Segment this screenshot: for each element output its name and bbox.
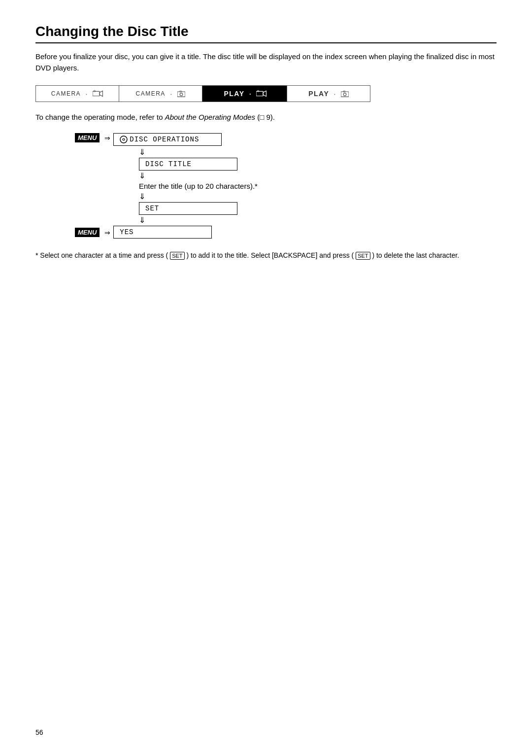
mode-camera-video: CAMERA · — [36, 86, 119, 102]
step-enter-title: Enter the title (up to 20 characters).* — [139, 182, 497, 190]
camera-photo-dot: · — [168, 90, 175, 98]
set-button-ref-2: SET — [356, 252, 370, 260]
play-photo-label: PLAY — [308, 90, 329, 98]
page-number: 56 — [35, 728, 43, 736]
play-video-dot: · — [247, 90, 254, 98]
arrow-right-1: ⇒ — [104, 134, 110, 142]
play-photo-icon — [341, 90, 349, 98]
camera-video-label: CAMERA — [51, 90, 81, 97]
svg-point-12 — [120, 136, 127, 143]
mode-bar: CAMERA · CAMERA · PLAY · PLAY · — [35, 85, 370, 102]
disc-icon — [120, 136, 128, 143]
page-title: Changing the Disc Title — [35, 24, 497, 43]
footnote: * Select one character at a time and pre… — [35, 250, 497, 261]
down-arrow-1: ⇓ — [139, 147, 497, 158]
svg-point-4 — [180, 93, 183, 96]
intro-text: Before you finalize your disc, you can g… — [35, 51, 497, 73]
disc-title-box: DISC TITLE — [139, 158, 237, 171]
mode-camera-photo: CAMERA · — [119, 86, 202, 102]
mode-ref-italic: About the Operating Modes — [165, 113, 255, 121]
svg-point-13 — [123, 138, 125, 140]
down-arrow-3: ⇓ — [139, 191, 497, 202]
menu-badge-1: MENU — [75, 133, 100, 142]
svg-marker-7 — [263, 91, 266, 97]
camcorder-icon — [93, 90, 103, 98]
play-camcorder-icon — [256, 90, 267, 98]
step-row-yes: MENU ⇒ YES — [75, 226, 497, 239]
mode-play-video: PLAY · — [204, 86, 288, 102]
mode-ref-bracket: (□ 9). — [257, 113, 275, 121]
yes-box: YES — [113, 226, 212, 239]
svg-rect-6 — [256, 91, 263, 96]
set-box: SET — [139, 202, 237, 215]
arrow-right-2: ⇒ — [104, 229, 110, 237]
disc-operations-box: DISC OPERATIONS — [113, 133, 222, 146]
step-row-set: SET — [139, 202, 497, 215]
play-photo-dot: · — [332, 90, 338, 98]
step-row-2: DISC TITLE — [139, 158, 497, 171]
step-row-1: MENU ⇒ DISC OPERATIONS — [75, 133, 497, 146]
down-arrow-4: ⇓ — [139, 215, 497, 226]
menu-badge-2: MENU — [75, 228, 100, 237]
svg-marker-1 — [100, 91, 102, 97]
photo-camera-icon — [177, 90, 185, 98]
mode-play-photo: PLAY · — [287, 86, 370, 102]
play-video-label: PLAY — [224, 90, 244, 98]
svg-rect-0 — [93, 91, 100, 96]
svg-point-10 — [343, 93, 346, 96]
mode-reference-text: To change the operating mode, refer to A… — [35, 112, 497, 123]
step-flow: MENU ⇒ DISC OPERATIONS ⇓ DISC TITLE ⇓ En… — [75, 133, 497, 239]
down-arrow-2: ⇓ — [139, 171, 497, 181]
camera-photo-label: CAMERA — [136, 90, 166, 97]
mode-ref-prefix: To change the operating mode, refer to — [35, 113, 165, 121]
camera-video-dot: · — [83, 90, 90, 98]
set-button-ref-1: SET — [170, 252, 184, 260]
